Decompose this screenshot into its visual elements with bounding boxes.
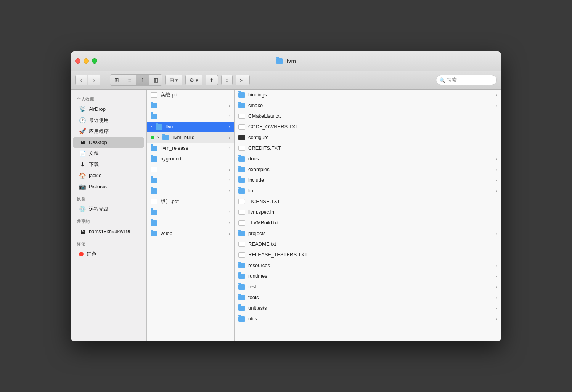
list-item-llvm-spec[interactable]: llvm.spec.in [235,207,501,218]
arrange-arrow: ▾ [175,77,178,83]
list-item-llvmbuild[interactable]: LLVMBuild.txt [235,218,501,228]
share-button[interactable]: ⬆ [206,75,218,85]
left-arrow: › [157,135,159,139]
item-label-utils: utils [248,316,493,322]
desktop-icon: 🖥 [79,139,86,146]
list-item[interactable]: › [147,100,234,111]
search-placeholder: 搜索 [447,77,457,83]
item-label-include: include [248,177,493,183]
list-item-bindings[interactable]: bindings › [235,90,501,100]
list-item-code-owners[interactable]: CODE_OWNERS.TXT [235,122,501,132]
sidebar-section-devices: 设备 [71,192,146,203]
list-item[interactable]: velop › [147,228,234,239]
folder-icon [151,188,157,194]
item-label-license: LICENSE.TXT [248,198,497,204]
list-item-readme[interactable]: README.txt [235,239,501,250]
sidebar-section-favorites: 个人收藏 [71,93,146,104]
list-item-credits[interactable]: CREDITS.TXT [235,143,501,154]
arrange-button[interactable]: ⊞ ▾ [165,75,182,85]
file-icon [151,92,157,98]
list-item-license[interactable]: LICENSE.TXT [235,196,501,207]
list-item-release-testers[interactable]: RELEASE_TESTERS.TXT [235,250,501,260]
list-item[interactable]: 实战.pdf [147,90,234,100]
list-item-resources[interactable]: resources › [235,260,501,271]
sidebar-label-recent: 最近使用 [89,117,109,124]
file-icon [238,124,245,130]
minimize-button[interactable] [84,58,89,64]
list-item[interactable]: › [147,164,234,175]
sidebar-item-remote-disc[interactable]: 💿 远程光盘 [73,204,144,214]
sidebar-item-apps[interactable]: 🚀 应用程序 [73,126,144,137]
finder-window: llvm ‹ › ⊞ ≡ ⫿ ▥ ⊞ ▾ ⚙ ▾ ⬆ ○ >_ [71,51,501,341]
list-item-test[interactable]: test › [235,282,501,292]
folder-icon [238,167,245,172]
item-label-llvm-build: llvm_build [172,134,226,140]
file-icon [238,252,245,258]
item-label-unittests: unittests [248,305,493,311]
sidebar-item-downloads[interactable]: ⬇ 下载 [73,159,144,170]
column-view-button[interactable]: ⫿ [136,75,149,85]
tag-button[interactable]: ○ [221,75,233,85]
sidebar-item-desktop[interactable]: 🖥 Desktop [73,137,144,148]
file-icon [238,242,245,247]
list-item[interactable]: › [147,111,234,122]
list-item-llvm-release[interactable]: llvm_release › [147,143,234,154]
list-item[interactable]: › [147,186,234,196]
icon-view-button[interactable]: ⊞ [110,75,123,85]
back-button[interactable]: ‹ [75,75,87,85]
forward-button[interactable]: › [88,75,100,85]
list-item-llvm-build[interactable]: › llvm_build › [147,132,234,143]
list-item-examples[interactable]: examples › [235,164,501,175]
sidebar-item-bams[interactable]: 🖥 bams18kh93kw19l [73,226,144,237]
list-item-docs[interactable]: docs › [235,154,501,164]
list-item[interactable]: › [147,207,234,218]
file-icon [238,220,245,226]
sidebar-item-documents[interactable]: 📄 文稿 [73,148,144,159]
list-item-cmakelists[interactable]: CMakeLists.txt [235,111,501,122]
list-item[interactable]: › [147,175,234,186]
folder-icon [238,316,245,322]
item-label-release-testers: RELEASE_TESTERS.TXT [248,252,497,258]
list-item-cmake[interactable]: cmake › [235,100,501,111]
folder-icon [151,103,157,108]
search-box[interactable]: 🔍 搜索 [436,75,497,85]
sidebar-item-tag-red[interactable]: 红色 [73,249,144,259]
list-item-lib[interactable]: lib › [235,186,501,196]
sidebar-item-jackie[interactable]: 🏠 jackie [73,170,144,181]
sidebar-label-airdrop: AirDrop [89,106,106,112]
list-item[interactable]: 版】.pdf [147,196,234,207]
gallery-view-button[interactable]: ▥ [149,75,162,85]
file-icon [238,146,245,151]
list-item-projects[interactable]: projects › [235,228,501,239]
left-arrow: › [151,125,152,129]
documents-icon: 📄 [79,150,86,157]
maximize-button[interactable] [92,58,97,64]
sidebar-label-tag-red: 红色 [87,251,96,258]
list-item-tools[interactable]: tools › [235,292,501,303]
item-label-llvm-release: llvm_release [161,145,226,151]
list-item-include[interactable]: include › [235,175,501,186]
list-view-button[interactable]: ≡ [123,75,136,85]
tag-icon: ○ [225,77,228,83]
item-label-cmake: cmake [248,102,493,108]
list-item[interactable]: › [147,218,234,228]
folder-icon [238,188,245,194]
list-item[interactable]: nyground [147,154,234,164]
sidebar-item-recent[interactable]: 🕐 最近使用 [73,115,144,126]
terminal-icon: >_ [240,77,246,83]
close-button[interactable] [75,58,80,64]
sidebar-section-tags: 标记 [71,237,146,248]
list-item-unittests[interactable]: unittests › [235,303,501,314]
sidebar-item-pictures[interactable]: 📷 Pictures [73,181,144,192]
list-item-runtimes[interactable]: runtimes › [235,271,501,282]
item-label-test: test [248,284,493,290]
list-item-llvm[interactable]: › llvm › [147,122,234,132]
terminal-button[interactable]: >_ [236,75,250,85]
list-item-utils[interactable]: utils › [235,314,501,324]
folder-icon [151,210,157,215]
sidebar-label-remote-disc: 远程光盘 [89,206,109,213]
folder-icon [238,306,245,311]
list-item-configure[interactable]: configure [235,132,501,143]
sidebar-item-airdrop[interactable]: 📡 AirDrop [73,104,144,115]
actions-button[interactable]: ⚙ ▾ [185,75,202,85]
